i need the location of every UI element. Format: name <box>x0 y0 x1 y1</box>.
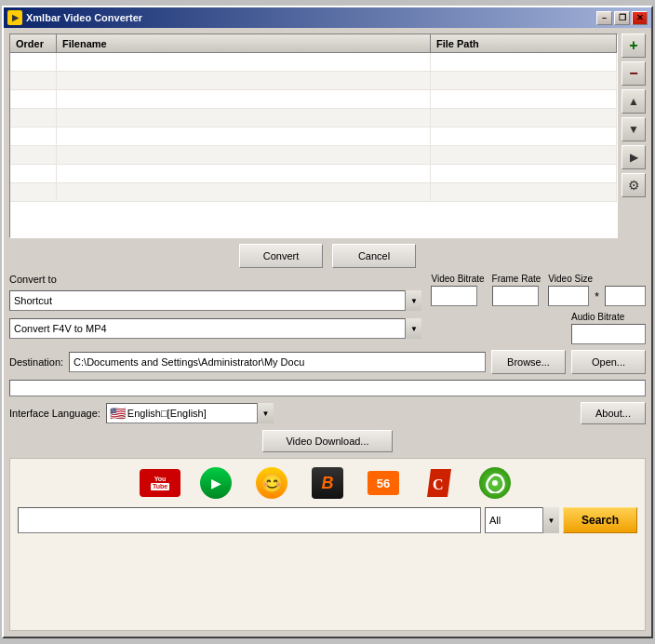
search-row: All ▼ Search <box>18 507 637 533</box>
language-select-wrapper: 🇺🇸 English□[English] ▼ <box>106 403 274 423</box>
table-row <box>10 165 617 183</box>
about-button[interactable]: About... <box>581 402 646 424</box>
file-table-header: Order Filename File Path <box>10 34 617 53</box>
video-bitrate-group: Video Bitrate <box>431 274 484 306</box>
main-window: ▶ Xmlbar Video Converter – ❐ ✕ Order Fil… <box>2 6 653 638</box>
youku-svg <box>485 473 505 493</box>
video-download-button[interactable]: Video Download... <box>262 430 393 452</box>
table-row <box>10 90 617 109</box>
56-icon[interactable]: 😊 <box>251 466 292 500</box>
open-button[interactable]: Open... <box>571 350 646 374</box>
frame-rate-input[interactable] <box>492 286 539 306</box>
streaming-icons: You Tube ▶ 😊 B 56 <box>18 466 637 500</box>
frame-rate-group: Frame Rate <box>492 274 541 306</box>
settings-area: Convert to Shortcut ▼ Convert F4V to MP4… <box>9 274 646 344</box>
pptv-icon[interactable]: ▶ <box>195 466 236 500</box>
cancel-button[interactable]: Cancel <box>332 244 416 268</box>
search-filter-select[interactable]: All <box>485 507 559 533</box>
table-row <box>10 72 617 90</box>
destination-input[interactable] <box>69 352 486 372</box>
video-size-group: Video Size * <box>548 274 646 306</box>
restore-button[interactable]: ❐ <box>614 11 630 25</box>
app-icon: ▶ <box>7 10 22 25</box>
size-separator: * <box>593 290 601 306</box>
table-row <box>10 53 617 72</box>
56num-icon[interactable]: 56 <box>363 466 404 500</box>
youku-icon[interactable] <box>475 466 515 500</box>
side-buttons: + − ▲ ▼ ▶ ⚙ <box>622 34 646 238</box>
audio-bitrate-label: Audio Bitrate <box>571 312 646 322</box>
convert-button[interactable]: Convert <box>239 244 323 268</box>
audio-bitrate-group: Audio Bitrate <box>571 312 646 344</box>
preset-select[interactable]: Shortcut <box>9 290 421 311</box>
video-bitrate-label: Video Bitrate <box>431 274 484 284</box>
left-settings: Convert to Shortcut ▼ Convert F4V to MP4… <box>9 274 421 339</box>
close-button[interactable]: ✕ <box>632 11 648 25</box>
move-down-button[interactable]: ▼ <box>622 117 646 141</box>
language-label: Interface Language: <box>9 408 100 419</box>
preset-select-wrapper: Shortcut ▼ <box>9 290 421 311</box>
audio-bitrate-input[interactable] <box>571 324 646 344</box>
table-row <box>10 109 617 127</box>
search-button[interactable]: Search <box>563 507 637 533</box>
top-bitrate-row: Video Bitrate Frame Rate Video Size * <box>431 274 646 306</box>
search-input[interactable] <box>18 507 481 533</box>
title-bar-buttons: – ❐ ✕ <box>596 11 648 25</box>
file-table-rows <box>10 53 617 237</box>
video-size-inputs: * <box>548 286 646 306</box>
destination-label: Destination: <box>9 356 63 368</box>
table-row <box>10 183 617 202</box>
col-filepath-header: File Path <box>431 34 617 52</box>
destination-row: Destination: Browse... Open... <box>9 350 646 374</box>
main-buttons-row: Convert Cancel <box>9 244 646 268</box>
settings-icon[interactable]: ⚙ <box>622 173 646 197</box>
window-content: Order Filename File Path <box>4 28 651 637</box>
col-order-header: Order <box>10 34 57 52</box>
format-select-wrapper: Convert F4V to MP4 ▼ <box>9 318 421 339</box>
cntv-icon[interactable]: C <box>419 466 460 500</box>
convert-to-label: Convert to <box>9 274 421 285</box>
format-select[interactable]: Convert F4V to MP4 <box>9 318 421 339</box>
title-bar: ▶ Xmlbar Video Converter – ❐ ✕ <box>4 7 651 28</box>
progress-bar-row <box>9 380 646 396</box>
svg-point-2 <box>492 480 498 486</box>
window-title: Xmlbar Video Converter <box>26 12 596 23</box>
cntv-svg: C <box>423 467 455 499</box>
progress-bar <box>9 380 646 396</box>
video-download-row: Video Download... <box>9 430 646 452</box>
search-filter-wrapper: All ▼ <box>485 507 559 533</box>
video-size-label: Video Size <box>548 274 646 284</box>
add-file-button[interactable]: + <box>622 34 646 58</box>
minimize-button[interactable]: – <box>596 11 612 25</box>
language-row: Interface Language: 🇺🇸 English□[English]… <box>9 402 646 424</box>
play-button[interactable]: ▶ <box>622 145 646 169</box>
table-row <box>10 127 617 146</box>
browse-button[interactable]: Browse... <box>491 350 566 374</box>
video-bitrate-input[interactable] <box>431 286 477 306</box>
bilibili-icon[interactable]: B <box>307 466 348 500</box>
right-settings: Video Bitrate Frame Rate Video Size * <box>431 274 646 344</box>
video-width-input[interactable] <box>548 286 589 306</box>
svg-text:C: C <box>433 476 444 492</box>
streaming-panel: You Tube ▶ 😊 B 56 <box>9 458 646 631</box>
language-select[interactable]: English□[English] <box>106 403 274 423</box>
youtube-icon[interactable]: You Tube <box>140 466 180 500</box>
video-height-input[interactable] <box>605 286 646 306</box>
file-list-area: Order Filename File Path <box>9 34 646 238</box>
table-row <box>10 146 617 165</box>
move-up-button[interactable]: ▲ <box>622 89 646 114</box>
col-filename-header: Filename <box>57 34 431 52</box>
frame-rate-label: Frame Rate <box>492 274 541 284</box>
file-table: Order Filename File Path <box>9 34 618 238</box>
remove-file-button[interactable]: − <box>622 61 646 86</box>
